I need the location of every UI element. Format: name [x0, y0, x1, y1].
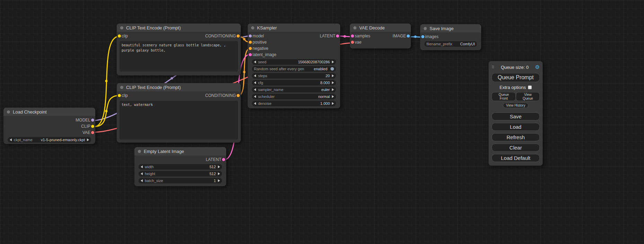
conditioning-output-dot-icon[interactable] — [237, 94, 240, 97]
wire-midpoint-dot — [344, 35, 346, 38]
node-graph-canvas[interactable]: Load Checkpoint MODEL CLIP VAE ckpt_name… — [0, 0, 644, 244]
increment-arrow-icon[interactable] — [332, 102, 334, 105]
width-widget[interactable]: width 512 — [139, 164, 222, 170]
collapse-dot-icon[interactable] — [120, 26, 123, 29]
model-input-dot-icon[interactable] — [249, 35, 252, 38]
input-label: latent_image — [253, 52, 276, 57]
widget-label: width — [145, 165, 154, 169]
negative-input-dot-icon[interactable] — [249, 47, 252, 50]
output-label: IMAGE — [392, 34, 406, 38]
load-default-button[interactable]: Load Default — [492, 154, 540, 162]
node-clip-text-encode-positive[interactable]: CLIP Text Encode (Prompt) clip CONDITION… — [117, 24, 241, 75]
node-ksampler[interactable]: KSampler model LATENT positive negative … — [248, 24, 340, 108]
ckpt-name-widget[interactable]: ckpt_name v1-5-pruned-emaonly.ckpt — [8, 137, 91, 143]
images-input-dot-icon[interactable] — [421, 35, 424, 38]
seed-widget[interactable]: seed 156680208700286 — [252, 59, 336, 65]
increment-arrow-icon[interactable] — [332, 81, 334, 84]
collapse-dot-icon[interactable] — [7, 110, 10, 114]
widget-label: cfg — [258, 81, 263, 85]
collapse-dot-icon[interactable] — [120, 86, 123, 89]
output-slot-latent: LATENT — [134, 156, 226, 163]
increment-arrow-icon[interactable] — [332, 74, 334, 77]
node-title-bar[interactable]: Save Image — [420, 24, 481, 33]
decrement-arrow-icon[interactable] — [254, 88, 256, 91]
prompt-text-input[interactable]: text, watermark — [120, 101, 238, 139]
height-widget[interactable]: height 512 — [139, 171, 222, 177]
sampler-name-widget[interactable]: sampler_name euler — [252, 87, 336, 92]
decrement-arrow-icon[interactable] — [141, 179, 143, 182]
node-vae-decode[interactable]: VAE Decode samples IMAGE vae — [350, 24, 411, 48]
clip-output-dot-icon[interactable] — [91, 125, 94, 128]
scheduler-widget[interactable]: scheduler normal — [252, 94, 336, 99]
increment-arrow-icon[interactable] — [332, 88, 334, 91]
node-title-bar[interactable]: KSampler — [248, 24, 340, 32]
latent-output-dot-icon[interactable] — [336, 35, 339, 38]
image-output-dot-icon[interactable] — [407, 35, 410, 38]
widget-value: 8.000 — [320, 81, 330, 85]
increment-arrow-icon[interactable] — [218, 179, 220, 182]
denoise-widget[interactable]: denoise 1.000 — [252, 101, 336, 106]
collapse-dot-icon[interactable] — [424, 27, 427, 30]
node-save-image[interactable]: Save Image images filename_prefix ComfyU… — [420, 24, 481, 50]
increment-arrow-icon[interactable] — [218, 165, 220, 168]
model-output-dot-icon[interactable] — [91, 119, 94, 122]
samples-input-dot-icon[interactable] — [351, 35, 354, 38]
vae-output-dot-icon[interactable] — [91, 131, 94, 134]
drag-handle-icon[interactable]: ⠿ — [492, 65, 494, 70]
steps-widget[interactable]: steps 20 — [252, 73, 336, 79]
node-title-bar[interactable]: VAE Decode — [350, 24, 411, 32]
settings-gear-icon[interactable]: ⚙ — [535, 64, 540, 70]
extra-options-label: Extra options — [500, 85, 526, 90]
extra-options-checkbox[interactable] — [528, 85, 532, 89]
latent-image-input-dot-icon[interactable] — [249, 53, 252, 56]
decrement-arrow-icon[interactable] — [10, 138, 12, 141]
positive-input-dot-icon[interactable] — [249, 41, 252, 44]
node-empty-latent-image[interactable]: Empty Latent Image LATENT width 512 heig… — [134, 147, 226, 186]
vae-input-dot-icon[interactable] — [351, 41, 354, 44]
widget-value: 512 — [210, 172, 216, 176]
view-history-button[interactable]: View History — [503, 103, 528, 108]
collapse-dot-icon[interactable] — [353, 26, 356, 29]
queue-front-button[interactable]: Queue Front — [492, 92, 516, 101]
batch-size-widget[interactable]: batch_size 1 — [139, 178, 222, 183]
collapse-dot-icon[interactable] — [138, 150, 141, 153]
decrement-arrow-icon[interactable] — [254, 102, 256, 105]
prompt-text-input[interactable]: beautiful scenery nature glass bottle la… — [120, 41, 238, 72]
node-load-checkpoint[interactable]: Load Checkpoint MODEL CLIP VAE ckpt_name… — [3, 108, 95, 144]
output-label: LATENT — [206, 157, 221, 162]
node-title-bar[interactable]: CLIP Text Encode (Prompt) — [117, 24, 241, 32]
save-button[interactable]: Save — [492, 112, 540, 120]
clip-input-dot-icon[interactable] — [118, 94, 121, 97]
increment-arrow-icon[interactable] — [218, 172, 220, 175]
node-clip-text-encode-negative[interactable]: CLIP Text Encode (Prompt) clip CONDITION… — [117, 83, 241, 143]
latent-output-dot-icon[interactable] — [222, 158, 225, 161]
conditioning-output-dot-icon[interactable] — [237, 35, 240, 38]
toggle-indicator-icon[interactable] — [330, 67, 334, 71]
decrement-arrow-icon[interactable] — [254, 61, 256, 63]
decrement-arrow-icon[interactable] — [141, 172, 143, 175]
decrement-arrow-icon[interactable] — [254, 95, 256, 98]
node-title-bar[interactable]: Load Checkpoint — [3, 108, 95, 116]
node-title: CLIP Text Encode (Prompt) — [126, 25, 181, 30]
decrement-arrow-icon[interactable] — [254, 74, 256, 77]
increment-arrow-icon[interactable] — [332, 95, 334, 98]
node-title-bar[interactable]: CLIP Text Encode (Prompt) — [117, 83, 241, 91]
slot-row: model LATENT — [248, 33, 340, 39]
collapse-dot-icon[interactable] — [251, 26, 254, 29]
decrement-arrow-icon[interactable] — [254, 81, 256, 84]
clear-button[interactable]: Clear — [492, 144, 540, 152]
queue-prompt-button[interactable]: Queue Prompt — [492, 73, 540, 82]
filename-prefix-widget[interactable]: filename_prefix ComfyUI — [424, 41, 477, 47]
refresh-button[interactable]: Refresh — [492, 133, 540, 141]
cfg-widget[interactable]: cfg 8.000 — [252, 80, 336, 85]
clip-input-dot-icon[interactable] — [118, 35, 121, 38]
decrement-arrow-icon[interactable] — [141, 165, 143, 168]
node-title-bar[interactable]: Empty Latent Image — [134, 147, 226, 155]
view-queue-button[interactable]: View Queue — [516, 92, 540, 101]
increment-arrow-icon[interactable] — [87, 138, 89, 141]
increment-arrow-icon[interactable] — [332, 61, 334, 63]
load-button[interactable]: Load — [492, 123, 540, 131]
input-slot-positive: positive — [248, 39, 340, 45]
node-title: CLIP Text Encode (Prompt) — [126, 85, 181, 90]
random-seed-toggle-widget[interactable]: Random seed after every gen enabled — [252, 66, 336, 72]
